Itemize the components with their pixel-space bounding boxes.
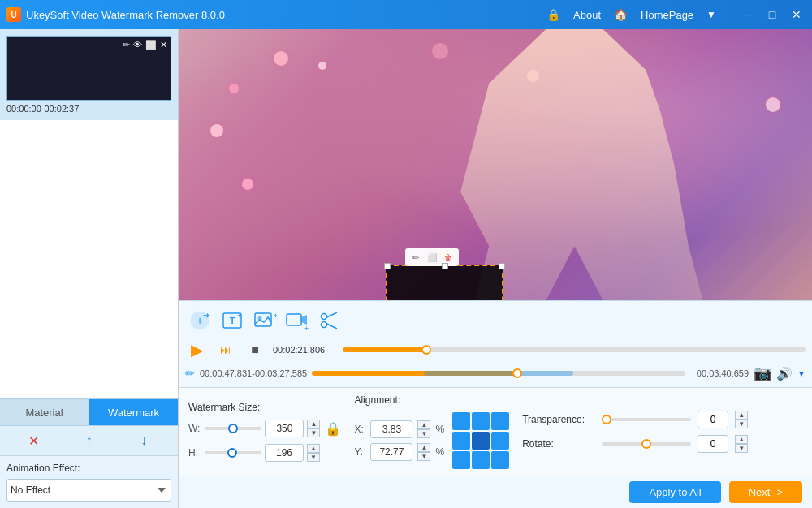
minimize-button[interactable]: ─ [739,6,757,24]
resize-handle-tr[interactable] [499,263,505,269]
add-watermark-button[interactable]: + ➜ [185,308,214,334]
next-button[interactable]: Next -> [729,481,802,503]
delete-action-button[interactable]: ✕ [23,429,45,452]
video-toolbar: + ➜ T + + [185,304,806,337]
transparency-up-button[interactable]: ▲ [735,411,748,420]
progress-thumb [421,345,431,355]
width-slider[interactable] [205,427,261,430]
height-slider[interactable] [205,451,261,454]
move-down-button[interactable]: ↓ [132,429,155,452]
current-time: 00:02:21.806 [273,345,336,355]
maximize-button[interactable]: □ [763,6,781,24]
y-input[interactable] [370,443,412,461]
align-bc[interactable] [472,451,490,469]
pencil-icon: ✏ [185,367,195,380]
transparency-slider[interactable] [602,418,691,421]
settings-area: Watermark Size: W: 350 ▲ ▼ 🔒 [179,387,812,476]
apply-to-all-button[interactable]: Apply to All [629,481,720,503]
visibility-icon[interactable]: 👁 [133,40,142,50]
rotate-row: Rotate: 0 ▲ ▼ [522,435,802,453]
width-row: W: 350 ▲ ▼ 🔒 [188,420,341,437]
timeline-track[interactable] [312,371,685,376]
height-down-button[interactable]: ▼ [307,453,320,462]
homepage-button[interactable]: HomePage [641,9,693,21]
align-ml[interactable] [452,432,470,450]
wm-copy-icon[interactable]: ⬜ [425,250,439,265]
delete-thumbnail-icon[interactable]: ✕ [160,40,167,50]
wm-edit-icon[interactable]: ✏ [408,250,423,265]
height-up-button[interactable]: ▲ [307,444,320,453]
copy-icon[interactable]: ⬜ [145,40,157,50]
width-up-button[interactable]: ▲ [307,420,320,428]
homepage-label: HomePage [641,9,693,21]
close-button[interactable]: ✕ [788,6,806,24]
animation-select[interactable]: No Effect [6,479,171,502]
dropdown-icon[interactable]: ▼ [706,9,716,20]
end-time: 00:03:40.659 [690,368,749,378]
svg-line-13 [326,312,338,318]
align-mr[interactable] [491,432,509,450]
y-percent: % [435,446,444,458]
about-button[interactable]: About [573,9,601,21]
width-input[interactable]: 350 [265,420,304,437]
progress-fill [343,347,426,352]
transparency-down-button[interactable]: ▼ [735,420,748,428]
x-input[interactable] [370,420,412,438]
thumbnail-box: ✏ 👁 ⬜ ✕ [6,36,171,101]
main-content: ✏ 👁 ⬜ ✕ 00:00:00-00:02:37 Material Water… [0,29,812,508]
app-title: UkeySoft Video Watermark Remover 8.0.0 [26,9,225,21]
stop-button[interactable]: ■ [244,338,266,361]
svg-text:➜: ➜ [203,311,209,320]
lock-icon[interactable]: 🔒 [325,421,341,437]
height-input[interactable]: 196 [265,444,304,462]
add-text-button[interactable]: T + [218,308,247,334]
rotate-input[interactable]: 0 [698,435,728,453]
next-frame-button[interactable]: ⏭ [214,338,237,361]
svg-point-12 [322,322,327,328]
home-icon: 🏠 [614,8,628,21]
progress-track[interactable] [343,347,806,352]
play-button[interactable]: ▶ [185,338,208,361]
width-down-button[interactable]: ▼ [307,428,320,437]
resize-handle-tl[interactable] [384,263,391,269]
align-tl[interactable] [452,412,470,430]
camera-icon[interactable]: 📷 [754,364,771,382]
add-video-button[interactable]: + [283,308,312,334]
tab-material[interactable]: Material [0,399,89,425]
y-down-button[interactable]: ▼ [417,452,430,461]
video-controls: + ➜ T + + [179,300,812,387]
rotate-down-button[interactable]: ▼ [735,444,748,453]
align-bl[interactable] [452,451,470,469]
edit-icon[interactable]: ✏ [123,40,130,50]
align-tr[interactable] [491,412,509,430]
rotate-up-button[interactable]: ▲ [735,435,748,444]
scissors-button[interactable] [315,308,344,334]
align-tc[interactable] [472,412,490,430]
svg-text:+: + [274,312,277,320]
x-down-button[interactable]: ▼ [417,429,430,438]
volume-icon[interactable]: 🔊 [776,366,793,381]
width-spinners: ▲ ▼ [307,420,320,437]
transparency-input[interactable]: 0 [698,411,728,428]
x-up-button[interactable]: ▲ [417,420,430,429]
svg-line-14 [326,324,338,329]
animation-label: Animation Effect: [6,463,171,474]
resize-handle-tm[interactable] [442,263,448,269]
move-up-button[interactable]: ↑ [77,429,100,452]
about-label: About [573,9,601,21]
rotate-slider[interactable] [602,442,691,446]
add-image-button[interactable]: + [250,308,279,334]
bottom-bar: Apply to All Next -> [179,476,812,508]
rotate-label: Rotate: [522,438,595,450]
y-up-button[interactable]: ▲ [417,443,430,452]
tab-watermark[interactable]: Watermark [89,399,178,425]
y-label: Y: [354,446,365,458]
align-mc[interactable] [472,432,490,450]
align-br[interactable] [491,451,509,469]
w-label: W: [188,423,200,434]
transparency-rotate-section: Transparence: 0 ▲ ▼ Rotate: 0 ▲ [522,411,802,453]
volume-dropdown-icon[interactable]: ▼ [797,369,806,378]
video-content [432,29,717,300]
watermark-selection-box[interactable]: ✏ ⬜ 🗑 [386,265,503,300]
svg-text:T: T [230,316,235,325]
